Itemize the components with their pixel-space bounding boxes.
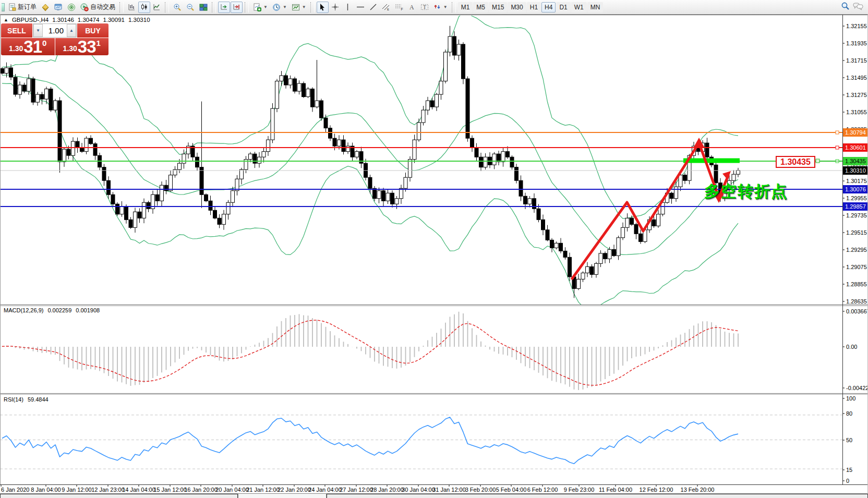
timeframe-MN[interactable]: MN [587,2,604,13]
signals-button[interactable] [65,2,78,13]
price-callout-label[interactable]: 1.30435 [776,156,815,168]
templates-icon [292,3,300,11]
support-zone-bar[interactable] [683,159,740,163]
svg-text:1.32155: 1.32155 [846,23,867,29]
chart-shift-button[interactable] [231,2,243,13]
zoom-in-button[interactable] [171,2,184,13]
buy-button[interactable]: BUY [77,23,108,38]
cursor-tool-button[interactable] [317,2,329,13]
timeframe-W1[interactable]: W1 [571,2,587,13]
fibonacci-tool-button[interactable]: F [393,2,405,13]
svg-text:1.29075: 1.29075 [846,264,867,270]
periods-button[interactable]: ▼ [270,2,289,13]
chart-tab-active[interactable] [238,494,327,498]
volume-increase-button[interactable]: ▲ [67,24,76,37]
svg-text:-0.00422: -0.00422 [846,385,868,391]
sell-button[interactable]: SELL [1,23,32,38]
terminal-button[interactable] [52,2,65,13]
zoom-in-icon [173,3,182,11]
channel-tool-button[interactable]: E [380,2,392,13]
svg-text:31 Jan 12:00: 31 Jan 12:00 [432,487,466,493]
timeframe-M5[interactable]: M5 [473,2,488,13]
chart-tab[interactable] [0,494,238,498]
macd-indicator-label: MACD(12,26,9) 0.002259 0.001908 [4,307,100,313]
svg-text:14 Jan 04:00: 14 Jan 04:00 [122,487,155,493]
search-icon[interactable] [841,2,850,13]
clipped-icon [2,3,5,11]
macd-name: MACD(12,26,9) [4,307,43,313]
text-tool-button[interactable]: A [406,2,418,13]
candlestick-chart-button[interactable] [138,2,150,13]
trendline-tool-button[interactable] [367,2,379,13]
svg-text:50: 50 [846,437,852,443]
periods-dropdown-caret: ▼ [283,5,287,9]
svg-text:21 Jan 12:00: 21 Jan 12:00 [246,487,280,493]
templates-dropdown-caret: ▼ [302,5,306,9]
autotrading-button[interactable]: 自动交易 [78,2,117,13]
indicators-dropdown-caret: ▼ [263,5,268,9]
turning-point-annotation[interactable]: 多空转折点 [704,181,788,202]
open-value: 1.30146 [52,17,74,23]
chart-canvas[interactable]: 1.321551.319351.317151.314951.312751.310… [0,15,868,498]
low-value: 1.30091 [103,17,125,23]
svg-text:E: E [387,8,389,11]
timeframe-M30[interactable]: M30 [508,2,526,13]
chart-region: 1.321551.319351.317151.314951.312751.310… [0,15,868,498]
new-order-button[interactable]: 新订单 [6,2,39,13]
one-click-collapse-icon[interactable]: ▲ [4,17,8,22]
toolbar-separator [245,2,249,13]
toolbar-separator [119,2,124,13]
svg-text:16 Jan 20:00: 16 Jan 20:00 [184,487,218,493]
mt4-window: 新订单 自动交易 [0,0,868,498]
bar-chart-button[interactable] [126,2,138,13]
trendline-icon [369,3,377,11]
horizontal-line-tool-button[interactable] [354,2,367,13]
svg-text:1.29295: 1.29295 [846,247,867,253]
candlestick-chart-icon [140,3,148,11]
auto-scroll-button[interactable] [218,2,230,13]
sell-price-big: 31 [23,39,42,55]
timeframe-D1[interactable]: D1 [556,2,570,13]
buy-price-display[interactable]: 1.30 33 1 [55,38,109,55]
toolbar-separator [212,2,216,13]
chat-icon[interactable] [853,2,863,13]
vertical-line-tool-button[interactable] [342,2,354,13]
timeframe-H4[interactable]: H4 [541,2,556,13]
templates-button[interactable]: ▼ [290,2,308,13]
sell-price-pipette: 0 [42,39,46,47]
buy-price-big: 33 [78,39,96,55]
metaeditor-button[interactable] [39,2,52,13]
svg-text:0.003667: 0.003667 [846,308,868,314]
svg-text:1.30076: 1.30076 [845,186,866,192]
sell-price-display[interactable]: 1.30 31 0 [1,38,55,55]
timeframe-M1[interactable]: M1 [458,2,473,13]
buy-price-pipette: 1 [97,39,101,47]
svg-text:100: 100 [846,395,855,402]
svg-text:1.31715: 1.31715 [846,57,867,64]
zone-bar [683,159,740,163]
line-chart-button[interactable] [151,2,163,13]
timeframe-H1[interactable]: H1 [527,2,541,13]
timeframe-M15[interactable]: M15 [489,2,507,13]
svg-text:6 Feb 12:00: 6 Feb 12:00 [527,487,558,493]
text-label-tool-button[interactable]: T [418,2,431,13]
arrows-icon [433,3,441,11]
equidistant-channel-icon: E [382,3,390,11]
zoom-out-button[interactable] [184,2,197,13]
svg-text:24 Jan 04:00: 24 Jan 04:00 [308,487,342,493]
zoom-out-icon [186,3,195,11]
arrows-dropdown-caret: ▼ [443,5,448,9]
indicators-button[interactable]: ▼ [251,2,270,13]
rsi-value: 59.4844 [28,396,49,403]
crosshair-tool-button[interactable] [329,2,341,13]
volume-value[interactable]: 1.00 [43,24,67,37]
chart-tab[interactable] [327,494,868,498]
arrows-tool-button[interactable]: ▼ [431,2,450,13]
volume-decrease-button[interactable]: ▼ [33,24,43,37]
terminal-icon [54,3,63,11]
chart-ohlc-header: ▲ GBPUSD-,H4 1.30146 1.30474 1.30091 1.3… [4,17,150,23]
svg-text:1.31275: 1.31275 [846,92,867,98]
toolbar-separator [310,2,315,13]
close-value: 1.30310 [128,17,150,23]
tile-windows-button[interactable] [197,2,210,13]
